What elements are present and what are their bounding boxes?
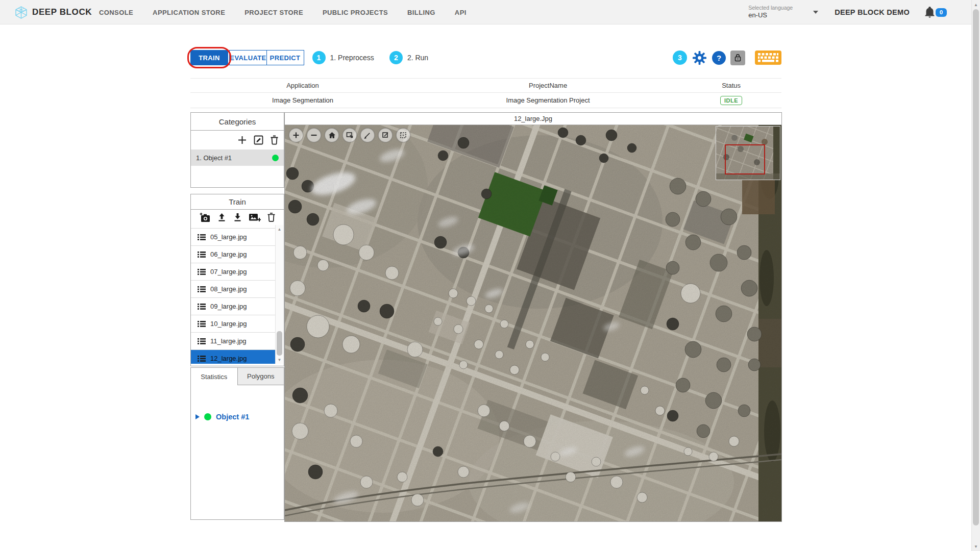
tab-statistics[interactable]: Statistics	[191, 368, 238, 385]
brand-name: DEEP BLOCK	[32, 7, 92, 17]
satellite-canvas[interactable]	[285, 125, 781, 521]
draw-polygon-button[interactable]	[360, 128, 375, 142]
step-preprocess[interactable]: 1 1. Preprocess	[312, 51, 374, 64]
category-color-dot	[272, 155, 279, 161]
file-row-selected[interactable]: 12_large.jpg	[191, 350, 276, 364]
step-run[interactable]: 2 2. Run	[389, 51, 428, 64]
train-toolbar	[191, 210, 284, 225]
language-value: en-US	[748, 11, 793, 19]
menu-item-api[interactable]: API	[455, 9, 467, 16]
file-row[interactable]: 04_large.jpg	[191, 225, 276, 229]
select-region-button[interactable]	[396, 128, 410, 142]
project-table: Application ProjectName Status Image Seg…	[190, 78, 781, 108]
list-icon	[198, 303, 206, 310]
help-icon[interactable]: ?	[712, 51, 726, 65]
satellite-image	[285, 125, 781, 521]
list-icon	[198, 355, 206, 362]
workflow-steps: 1 1. Preprocess 2 2. Run	[312, 51, 429, 64]
keyboard-icon	[755, 49, 781, 66]
step-2-circle[interactable]: 2	[389, 51, 403, 64]
top-navigation: DEEP BLOCK CONSOLE APPLICATION STORE PRO…	[0, 0, 971, 24]
step-1-circle[interactable]: 1	[312, 51, 326, 64]
zoom-out-button[interactable]	[307, 128, 321, 142]
upload-button[interactable]	[217, 212, 227, 222]
overview-minimap[interactable]	[716, 126, 780, 180]
page-scrollbar[interactable]: ▲ ▼	[971, 0, 980, 551]
brand[interactable]: DEEP BLOCK	[14, 0, 92, 24]
chevron-down-icon[interactable]	[813, 11, 818, 14]
add-image-button[interactable]	[249, 212, 261, 222]
lock-button[interactable]	[730, 51, 745, 65]
list-icon	[198, 286, 206, 293]
col-project-name: ProjectName	[415, 79, 681, 92]
file-list-scrollbar-thumb[interactable]	[277, 331, 282, 356]
status-badge: IDLE	[720, 96, 742, 105]
project-table-header: Application ProjectName Status	[190, 79, 781, 93]
download-button[interactable]	[233, 212, 242, 222]
stats-tree-item[interactable]: Object #1	[195, 413, 284, 421]
menu-item-billing[interactable]: BILLING	[407, 9, 435, 16]
menu-item-project-store[interactable]: PROJECT STORE	[244, 9, 303, 16]
capture-image-button[interactable]	[199, 212, 211, 223]
notification-count-badge: 0	[936, 8, 947, 17]
export-view-button[interactable]	[342, 128, 357, 142]
highlight-ring	[187, 47, 231, 68]
tab-polygons[interactable]: Polygons	[238, 368, 284, 385]
delete-category-button[interactable]	[270, 135, 279, 145]
nav-right-cluster: Selected language en-US DEEP BLOCK DEMO …	[748, 0, 947, 24]
file-row[interactable]: 06_large.jpg	[191, 246, 276, 263]
file-row[interactable]: 07_large.jpg	[191, 263, 276, 281]
scroll-down-icon[interactable]: ▼	[276, 356, 283, 363]
predict-tab[interactable]: PREDICT	[266, 50, 304, 65]
file-row[interactable]: 11_large.jpg	[191, 333, 276, 350]
scroll-up-icon[interactable]: ▲	[972, 1, 980, 9]
project-table-row[interactable]: Image Segmentation Image Segmentation Pr…	[190, 93, 781, 108]
notifications[interactable]: 0	[925, 7, 947, 18]
categories-panel: Categories 1. Object #1	[190, 112, 284, 188]
settings-gear-icon[interactable]	[692, 50, 707, 66]
col-status: Status	[681, 79, 781, 92]
file-list-scrollbar[interactable]: ▲ ▼	[275, 225, 283, 364]
list-icon	[198, 320, 206, 328]
expand-arrow-icon[interactable]	[195, 414, 200, 419]
file-row[interactable]: 08_large.jpg	[191, 281, 276, 298]
file-row[interactable]: 05_large.jpg	[191, 229, 276, 246]
scroll-down-icon[interactable]: ▼	[972, 542, 980, 550]
viewer-title: 12_large.Jpg	[285, 113, 781, 125]
file-row[interactable]: 09_large.jpg	[191, 298, 276, 315]
image-viewer: 12_large.Jpg	[284, 112, 782, 522]
home-view-button[interactable]	[325, 128, 339, 142]
account-name[interactable]: DEEP BLOCK DEMO	[835, 8, 910, 16]
mode-tabs: TRAIN EVALUATE PREDICT 1 1. Preprocess 2…	[190, 50, 428, 65]
evaluate-tab[interactable]: EVALUATE	[229, 50, 267, 65]
category-item[interactable]: 1. Object #1	[191, 149, 284, 166]
zoom-in-button[interactable]	[289, 128, 303, 142]
edit-polygon-button[interactable]	[378, 128, 393, 142]
list-icon	[198, 268, 206, 276]
train-tab[interactable]: TRAIN	[190, 50, 228, 65]
add-category-button[interactable]	[237, 135, 248, 145]
menu-item-public-projects[interactable]: PUBLIC PROJECTS	[323, 9, 388, 16]
delete-image-button[interactable]	[267, 212, 276, 222]
step-3-circle[interactable]: 3	[673, 51, 687, 65]
train-file-list[interactable]: 04_large.jpg 05_large.jpg 06_large.jpg 0…	[191, 225, 276, 364]
viewport-rectangle[interactable]	[725, 144, 765, 174]
object-color-dot	[204, 413, 211, 420]
page-scrollbar-thumb[interactable]	[973, 9, 979, 525]
map-toolbar	[289, 128, 410, 142]
menu-item-console[interactable]: CONSOLE	[99, 9, 133, 16]
list-icon	[198, 251, 206, 258]
mode-row-icons: 3 ?	[673, 50, 781, 65]
scroll-up-icon[interactable]: ▲	[276, 226, 283, 233]
train-title: Train	[191, 194, 284, 210]
file-row[interactable]: 10_large.jpg	[191, 315, 276, 333]
object-label: Object #1	[216, 413, 249, 421]
train-panel: Train	[190, 194, 284, 366]
edit-category-button[interactable]	[253, 135, 264, 145]
menu-item-application-store[interactable]: APPLICATION STORE	[153, 9, 225, 16]
keyboard-shortcuts-button[interactable]	[755, 49, 781, 66]
language-selector[interactable]: Selected language en-US	[748, 5, 793, 19]
statistics-panel: Statistics Polygons Object #1	[190, 367, 284, 520]
bell-icon	[925, 7, 935, 18]
lock-icon	[734, 54, 742, 62]
